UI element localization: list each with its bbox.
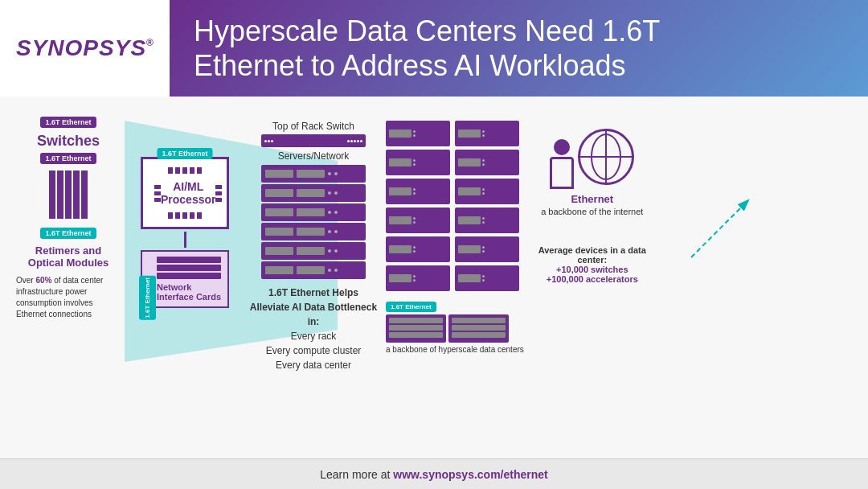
processor-badge: 1.6T Ethernet [157,148,212,161]
bottom-switch-area: 1.6T Ethernet a backbone o [386,298,524,354]
footer-link: www.synopsys.com/ethernet [393,468,547,481]
footer-text: Learn more at www.synopsys.com/ethernet [320,468,548,481]
small-server-2-3 [455,179,519,204]
avg-switches: +10,000 switches [532,265,653,274]
avg-accelerators: +100,000 accelerators [532,274,653,284]
ethernet-label: Ethernet [571,193,613,205]
rack-col-2 [455,121,519,291]
small-server-1-3 [386,179,450,204]
retimer-label: Retimers and Optical Modules [16,244,121,269]
small-server-2-2 [455,150,519,175]
small-server-1-1 [386,121,450,146]
avg-devices-area: Average devices in a data center: +10,00… [532,240,653,284]
tor-switch [261,134,366,147]
bottleneck-text: 1.6T Ethernet Helps Alleviate AI Data Bo… [249,286,378,372]
far-right-column: Ethernet a backbone of the internet Aver… [532,109,653,284]
stacked-switches [386,314,524,343]
synopsys-logo: SYNOPSYS ® [16,35,154,61]
nic-slots [157,257,223,279]
internet-area [550,125,634,189]
processor-teeth-right [215,185,222,202]
logo-text: SYNOPSYS [16,35,146,61]
globe-icon [578,129,634,185]
left-column: 1.6T Ethernet Switches 1.6T Ethernet 1.6… [16,109,121,320]
small-server-1-4 [386,208,450,233]
logo-area: SYNOPSYS ® [0,0,170,97]
nic-vertical-badge: 1.6T Ethernet [139,274,156,320]
badge-backbone-datacenter: 1.6T Ethernet [386,302,436,312]
switch-row-1 [49,171,88,219]
small-server-1-2 [386,150,450,175]
small-server-2-5 [455,236,519,262]
switch-device-2 [448,314,509,343]
small-server-2-4 [455,208,519,233]
nic-container: 1.6T Ethernet Network Interface Cards [141,250,229,308]
power-consumption-text: Over 60% of data center infrastructure p… [16,275,121,320]
switch-device-1 [386,314,446,343]
ethernet-sub: a backbone of the internet [541,207,643,216]
switch-bar-1 [49,171,55,219]
title-bar: Hyperscale Data Centers Need 1.6T Ethern… [170,0,868,97]
server-unit-6 [261,261,366,279]
rack-col-1 [386,121,450,291]
server-unit-2 [261,184,366,202]
right-racks-row [386,121,524,291]
server-unit-3 [261,203,366,221]
switch-bar-5 [81,171,88,219]
badge-switch-top: 1.6T Ethernet [40,117,96,128]
nic-label: Network Interface Cards [157,282,223,302]
logo-reg: ® [146,37,154,48]
connector-v [184,232,186,248]
processor-box: 1.6T Ethernet [141,157,229,229]
person-globe-icon [550,125,634,189]
badge-switch-mid: 1.6T Ethernet [40,153,96,164]
server-rack [261,165,366,279]
person-head [554,139,570,155]
backbone-sub: a backbone of hyperscale data centers [386,345,524,354]
small-server-2-6 [455,265,519,291]
badge-retimer: 1.6T Ethernet [40,228,96,239]
small-server-1-5 [386,236,450,262]
switch-bar-4 [73,171,80,219]
switches-label: Switches [37,133,100,150]
switch-bar-3 [65,171,72,219]
diagram-area: 1.6T Ethernet Switches 1.6T Ethernet 1.6… [16,109,852,446]
processor-teeth-left [154,185,161,202]
mid-left-column: 1.6T Ethernet [129,109,241,308]
server-unit-1 [261,165,366,183]
main-content: 1.6T Ethernet Switches 1.6T Ethernet 1.6… [0,97,868,458]
switch-bar-2 [57,171,63,219]
server-unit-4 [261,223,366,240]
person-icon [550,139,574,189]
server-unit-5 [261,242,366,260]
switch-tower [49,169,88,220]
small-server-2-1 [455,121,519,146]
mid-center-column: Top of Rack Switch Servers/Network [249,109,378,372]
small-server-1-6 [386,265,450,291]
right-racks-area: 1.6T Ethernet a backbone o [386,109,524,354]
avg-label: Average devices in a data center: [532,245,653,265]
footer: Learn more at www.synopsys.com/ethernet [0,458,868,489]
tor-label: Top of Rack Switch [272,121,354,132]
main-title: Hyperscale Data Centers Need 1.6T Ethern… [194,14,660,83]
header: SYNOPSYS ® Hyperscale Data Centers Need … [0,0,868,97]
processor-body: AI/ML Processor [151,174,219,212]
processor-teeth-top [151,167,219,174]
processor-teeth-bottom [151,212,219,219]
person-body [550,157,574,189]
server-network-label: Servers/Network [278,150,350,162]
processor-label: AI/ML Processor [161,180,215,206]
